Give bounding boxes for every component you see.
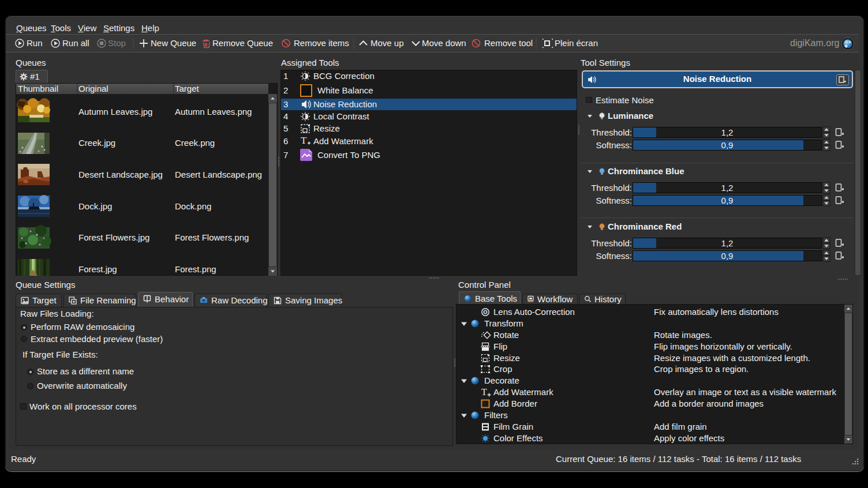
svg-text:T: T [481, 387, 487, 397]
svg-text:T: T [301, 135, 307, 146]
